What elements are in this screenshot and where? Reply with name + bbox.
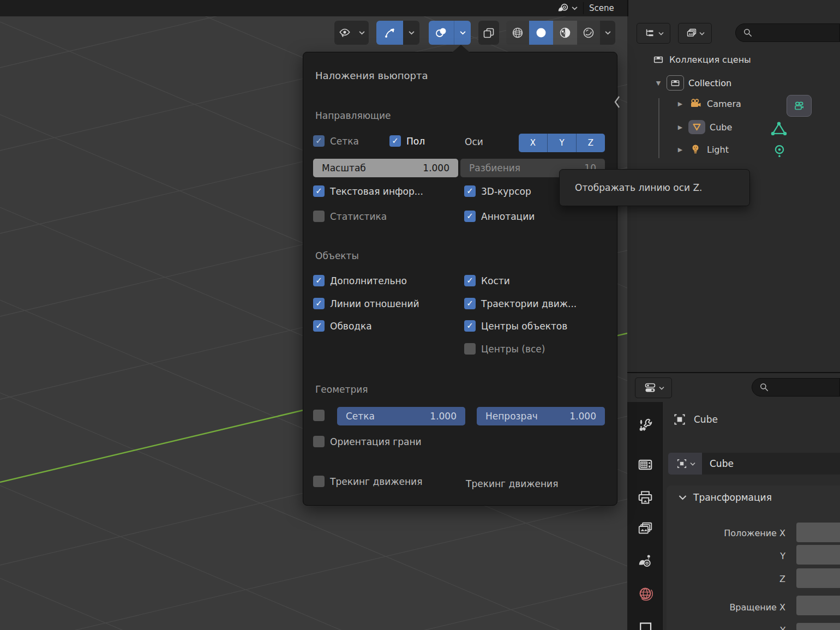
row-label[interactable]: Camera — [707, 99, 741, 109]
shading-rendered-button[interactable] — [577, 21, 600, 45]
axis-y-toggle[interactable]: Y — [548, 134, 577, 152]
axis-x-toggle[interactable]: X — [519, 134, 548, 152]
relationship-lines-checkbox[interactable]: Линии отношений — [313, 298, 419, 309]
tab-world[interactable] — [637, 585, 653, 604]
shading-solid-button[interactable] — [529, 21, 553, 45]
cursor3d-checkbox[interactable]: 3D-курсор — [464, 185, 531, 197]
outline-checkbox[interactable]: Обводка — [313, 320, 372, 332]
checkbox[interactable] — [389, 135, 401, 147]
checkbox[interactable] — [313, 211, 325, 222]
wireframe-checkbox[interactable] — [313, 410, 325, 421]
statistics-checkbox[interactable]: Статистика — [313, 211, 387, 222]
checkbox[interactable] — [313, 476, 325, 487]
chevron-down-icon — [699, 32, 705, 35]
face-orientation-checkbox[interactable]: Ориентация грани — [313, 436, 422, 447]
outliner-search-input[interactable] — [735, 23, 840, 42]
transform-panel-header[interactable]: Трансформация — [667, 485, 840, 503]
expand-arrow[interactable]: ▼ — [655, 80, 662, 87]
tab-object[interactable] — [637, 619, 653, 630]
chevron-down-icon — [679, 495, 687, 500]
checkbox[interactable] — [313, 320, 325, 332]
axis-z-toggle[interactable]: Z — [577, 134, 605, 152]
row-label[interactable]: Light — [707, 145, 729, 155]
outliner-row-cube[interactable]: ▶ Cube — [676, 120, 732, 134]
floor-checkbox[interactable]: Пол — [389, 135, 425, 147]
outliner-row-camera[interactable]: ▶ Camera — [676, 97, 741, 110]
motion-tracking-checkbox[interactable]: Трекинг движения — [313, 476, 422, 487]
shading-wireframe-button[interactable] — [506, 21, 529, 45]
checkbox[interactable] — [464, 320, 476, 332]
wireframe-threshold-slider[interactable]: Сетка 1.000 — [337, 407, 465, 425]
checkbox[interactable] — [313, 275, 325, 286]
shading-material-button[interactable] — [553, 21, 577, 45]
outliner-row-scene-collection[interactable]: Коллекция сцены — [652, 53, 751, 65]
outliner-display-mode-dropdown[interactable] — [637, 23, 670, 44]
expand-arrow[interactable]: ▶ — [676, 146, 684, 153]
show-hide-button[interactable] — [334, 21, 355, 45]
opacity-slider[interactable]: Непрозрач 1.000 — [477, 407, 605, 425]
xray-icon — [482, 26, 496, 39]
checkbox[interactable] — [313, 185, 325, 197]
overlays-dropdown[interactable] — [454, 21, 471, 45]
location-x-field[interactable] — [796, 523, 840, 542]
checkbox[interactable] — [313, 298, 325, 309]
tab-tool[interactable] — [637, 417, 653, 436]
camera-data-badge[interactable] — [787, 95, 812, 117]
shading-dropdown[interactable] — [600, 21, 615, 45]
properties-breadcrumb: Cube — [672, 412, 718, 427]
checkbox[interactable] — [464, 275, 476, 286]
grid-checkbox[interactable]: Сетка — [313, 135, 359, 147]
scene-name[interactable]: Scene — [589, 3, 614, 13]
object-id-dropdown[interactable] — [668, 453, 702, 475]
mesh-data-badge[interactable] — [768, 119, 790, 142]
show-gizmos-toggle[interactable] — [376, 21, 403, 45]
tab-output[interactable] — [637, 489, 653, 508]
checkbox[interactable] — [464, 211, 476, 222]
checkbox[interactable] — [464, 298, 476, 309]
tab-view-layer[interactable] — [637, 521, 653, 539]
chevron-down-icon — [658, 32, 664, 35]
gizmos-dropdown[interactable] — [403, 21, 419, 45]
region-collapse-chevron[interactable] — [612, 94, 623, 110]
rotation-y-field[interactable] — [796, 623, 840, 630]
outliner-row-collection[interactable]: ▼ Collection — [655, 75, 731, 91]
location-z-field[interactable] — [796, 568, 840, 588]
checkbox[interactable] — [464, 343, 476, 355]
checkbox[interactable] — [464, 185, 476, 197]
geometry-section-label: Геометрия — [315, 384, 368, 395]
row-label[interactable]: Collection — [688, 78, 731, 88]
origins-checkbox[interactable]: Центры объектов — [464, 320, 567, 332]
object-name-input[interactable]: Cube — [702, 453, 840, 475]
row-label[interactable]: Коллекция сцены — [669, 55, 751, 65]
breadcrumb-object-name[interactable]: Cube — [694, 414, 718, 425]
origins-all-checkbox[interactable]: Центры (все) — [464, 343, 545, 355]
xray-group — [478, 21, 499, 45]
text-info-checkbox[interactable]: Текстовая инфор... — [313, 185, 423, 197]
rotation-x-field[interactable] — [796, 596, 840, 615]
outliner-row-light[interactable]: ▶ Light — [676, 143, 729, 156]
properties-search-input[interactable] — [752, 378, 840, 397]
mesh-data-icon — [768, 119, 790, 140]
motion-tracking-panel-title[interactable]: Трекинг движения — [466, 478, 558, 489]
wireframe-sphere-icon — [511, 26, 525, 39]
expand-arrow[interactable]: ▶ — [676, 124, 684, 131]
tab-scene[interactable] — [637, 553, 653, 571]
xray-toggle[interactable] — [478, 21, 499, 45]
light-data-badge[interactable] — [770, 142, 789, 163]
row-label[interactable]: Cube — [710, 122, 732, 133]
motion-paths-checkbox[interactable]: Траектории движ... — [464, 298, 577, 309]
checkbox[interactable] — [313, 436, 325, 447]
bones-checkbox[interactable]: Кости — [464, 275, 510, 286]
extras-checkbox[interactable]: Дополнительно — [313, 275, 407, 286]
outliner-filter-dropdown[interactable] — [678, 23, 712, 44]
checkbox[interactable] — [313, 135, 325, 147]
annotations-checkbox[interactable]: Аннотации — [464, 211, 535, 222]
expand-arrow[interactable]: ▶ — [676, 100, 684, 107]
show-hide-dropdown[interactable] — [355, 21, 369, 45]
show-overlays-toggle[interactable] — [429, 21, 454, 45]
location-y-field[interactable] — [796, 545, 840, 565]
scene-selector[interactable]: Scene — [556, 1, 614, 16]
tab-render[interactable] — [637, 457, 653, 475]
grid-scale-slider[interactable]: Масштаб 1.000 — [313, 159, 458, 177]
properties-editor-type-dropdown[interactable] — [635, 377, 672, 398]
